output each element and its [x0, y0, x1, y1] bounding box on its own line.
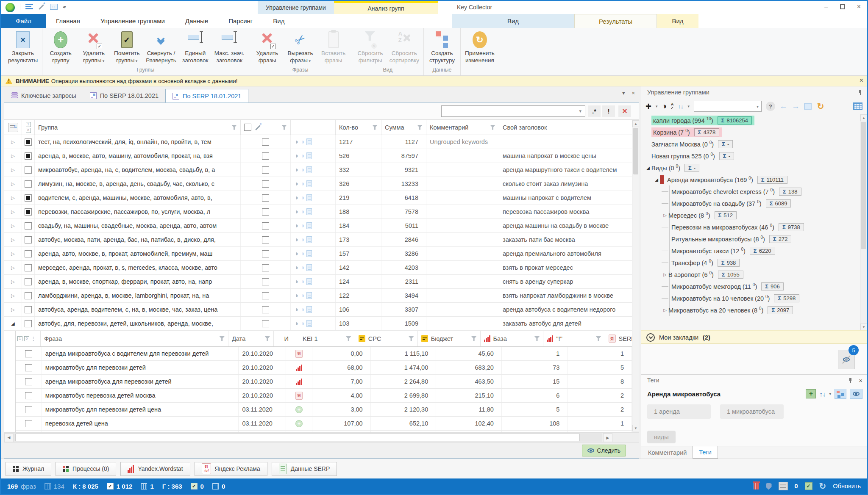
row-checkbox[interactable] — [25, 278, 32, 285]
hidden-eye-button[interactable]: 5 — [838, 350, 855, 369]
tree-item[interactable]: Ритуальные микроавтобусы (8 0)Σ 272 — [641, 233, 860, 245]
group-search-combobox[interactable]: ▾ — [694, 101, 762, 112]
collapse-icon[interactable]: ◢ — [645, 166, 651, 170]
row-checkbox[interactable] — [262, 180, 269, 188]
tab-context-view-right[interactable]: Вид — [657, 14, 698, 28]
checkbox-cell[interactable] — [22, 191, 35, 205]
column-header-base[interactable]: База — [481, 331, 544, 346]
row-checkbox[interactable] — [262, 306, 269, 313]
checkbox-cell[interactable] — [22, 289, 35, 302]
sort-arrow-icon[interactable]: ↑↓ — [678, 103, 684, 110]
row-checkbox[interactable] — [25, 152, 32, 160]
delete-phrases-button[interactable]: ✓Удалитьфразы — [251, 30, 284, 65]
column-header-sum[interactable]: Сумма — [381, 120, 426, 135]
row-checkbox[interactable] — [25, 378, 32, 385]
expander-cell[interactable]: ▷ — [4, 275, 22, 288]
drag-handle-icon[interactable]: ⋮ — [31, 336, 36, 342]
collapse-icon[interactable]: ◢ — [653, 177, 660, 182]
cut-phrases-button[interactable]: ✂Вырезатьфразы ▾ — [284, 30, 317, 66]
back-arrow-icon[interactable]: ← — [779, 102, 787, 111]
filter-icon[interactable] — [264, 336, 270, 341]
row-checkbox[interactable] — [25, 208, 32, 216]
данные-serp-button[interactable]: Данные SERP — [272, 462, 337, 476]
refresh-label[interactable]: Обновить — [833, 483, 861, 489]
table-row[interactable]: аренда микроавтобуса с водителем для пер… — [16, 347, 639, 361]
regex-search-button[interactable]: .* — [588, 105, 601, 117]
table-row[interactable]: микроавтобус для перевозки детей20.10.20… — [16, 361, 639, 375]
select-region-icon[interactable] — [804, 103, 812, 110]
checkbox-cell[interactable] — [22, 205, 35, 218]
log-icon[interactable] — [779, 482, 788, 490]
filter-icon[interactable] — [471, 336, 477, 341]
collapse-all-icon[interactable]: 0 — [24, 336, 29, 341]
clear-search-button[interactable]: × — [618, 105, 631, 117]
table-view-icon[interactable] — [853, 102, 862, 110]
yandex-wordstat-button[interactable]: Yandex.Wordstat — [120, 462, 190, 476]
scroll-right-icon[interactable]: ▶ — [603, 433, 612, 442]
checkbox-cell[interactable] — [22, 233, 35, 246]
процессы--0--button[interactable]: Процессы (0) — [56, 462, 116, 476]
row-checkbox[interactable] — [25, 364, 32, 371]
tab-close-icon[interactable]: × — [632, 90, 635, 96]
expand-all-icon[interactable]: 1 — [26, 122, 31, 127]
row-checkbox[interactable] — [262, 166, 269, 174]
tree-item[interactable]: Микроавтобус на свадьбу (37 0)Σ 6089 — [641, 197, 860, 209]
tree-item[interactable]: ▷Мерседес (8 0)Σ 512 — [641, 209, 860, 221]
filter-icon[interactable] — [417, 125, 423, 130]
column-header-group[interactable]: Группа — [35, 120, 241, 135]
tab-Теги[interactable]: Теги — [693, 446, 718, 459]
group-cell[interactable]: мерседес, аренда, прокат, в, s, mercedes… — [35, 261, 241, 274]
checkbox-cell[interactable] — [22, 303, 35, 316]
tree-item[interactable]: Микроавтобус межгород (11 0)Σ 906 — [641, 280, 860, 292]
row-checkbox[interactable] — [25, 166, 32, 174]
structure-icon[interactable] — [835, 389, 846, 399]
group-cell[interactable]: свадьбу, на, машины, свадебные, москва, … — [35, 219, 241, 232]
tree-item[interactable]: Корзина (7 0)Σ 4378 — [641, 126, 860, 138]
select-cell[interactable] — [241, 233, 291, 246]
tab-Данные[interactable]: Данные — [175, 14, 218, 28]
table-row[interactable]: ▷аренда, в, москве, спорткар, феррари, п… — [4, 275, 639, 289]
warning-close-icon[interactable]: × — [860, 77, 863, 84]
tab-Вид[interactable]: Вид — [263, 14, 295, 28]
column-header-date[interactable]: Дата — [228, 331, 274, 346]
minimize-button[interactable]: – — [824, 3, 828, 11]
scrollbar-thumb[interactable] — [861, 122, 866, 249]
tree-scrollbar[interactable]: ▲ ▼ — [860, 114, 867, 330]
pin-icon[interactable] — [857, 89, 862, 95]
select-cell[interactable] — [241, 219, 291, 232]
maximize-button[interactable] — [840, 4, 845, 9]
row-checkbox[interactable] — [262, 250, 269, 257]
vertical-scrollbar[interactable]: ▲ ▼ — [632, 120, 639, 431]
row-checkbox[interactable] — [262, 138, 269, 146]
sort-dropdown-icon[interactable]: ▾ — [688, 104, 690, 108]
close-results-button[interactable]: ×Закрытьрезультаты — [6, 30, 40, 65]
row-checkbox[interactable] — [25, 406, 32, 413]
exact-search-button[interactable]: ! — [602, 105, 615, 117]
split-view-icon[interactable] — [50, 4, 58, 10]
bookmarks-bar[interactable]: Мои закладки (2) — [641, 330, 867, 344]
group-cell[interactable]: автобус, для, перевозки, детей, школьник… — [35, 317, 241, 330]
tag-chip[interactable]: виды — [647, 431, 676, 443]
group-cell[interactable]: аренда, в, москве, спорткар, феррари, пр… — [35, 275, 241, 288]
checkbox-cell[interactable] — [22, 219, 35, 232]
row-checkbox[interactable] — [262, 320, 269, 327]
select-cell[interactable] — [241, 247, 291, 260]
row-checkbox[interactable] — [262, 278, 269, 285]
close-icon[interactable]: × — [859, 377, 862, 384]
checkbox-cell[interactable] — [22, 247, 35, 260]
select-cell[interactable] — [241, 177, 291, 191]
tree-item[interactable]: ▷Микроавтобус на 20 человек (8 0)Σ 2097 — [641, 304, 860, 316]
table-row[interactable]: микроавтобус для перевозки детей цена03.… — [16, 403, 639, 417]
select-cell[interactable] — [241, 149, 291, 163]
tree-item[interactable]: Микроавтобус такси (12 0)Σ 6220 — [641, 245, 860, 257]
collapse-all-icon[interactable]: 0 — [26, 128, 31, 133]
group-cell[interactable]: микроавтобус, аренда, на, с, водителем, … — [35, 163, 241, 177]
tree-item[interactable]: Микроавтобус chevrolet express (7 0)Σ 13… — [641, 185, 860, 197]
tree-item[interactable]: Перевозки на микроавтобусах (46 0)Σ 9738 — [641, 221, 860, 233]
column-header-exact[interactable]: "!" — [543, 331, 605, 346]
add-group-button[interactable]: + — [645, 102, 651, 111]
row-checkbox[interactable] — [25, 392, 32, 399]
tab-Главная[interactable]: Главная — [46, 14, 90, 28]
журнал-button[interactable]: Журнал — [6, 462, 51, 476]
group-cell[interactable]: ламборджини, аренда, в, москве, lamborgh… — [35, 289, 241, 302]
